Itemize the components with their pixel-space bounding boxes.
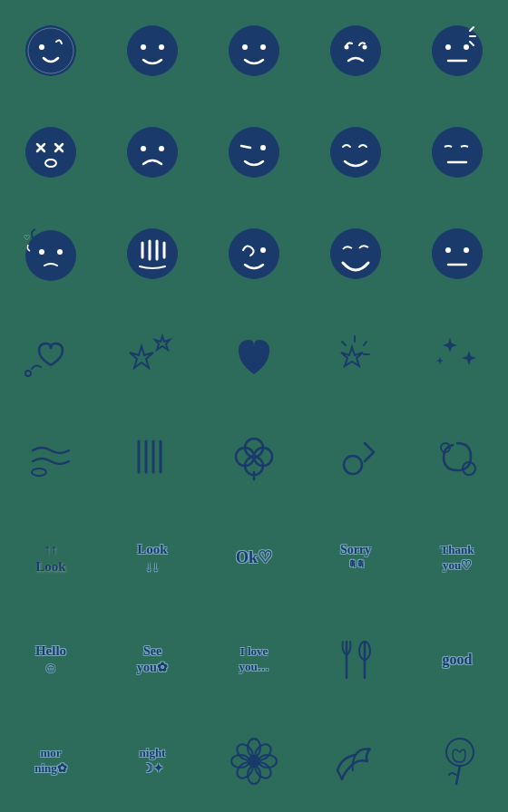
sticker-night[interactable]: night☽✦ xyxy=(102,710,203,812)
svg-line-51 xyxy=(342,342,346,345)
sticker-flower[interactable] xyxy=(203,710,305,812)
good-label: good xyxy=(443,652,473,667)
sticker-face-1[interactable] xyxy=(0,0,102,102)
svg-point-77 xyxy=(367,748,371,751)
svg-point-6 xyxy=(229,25,279,76)
sticker-face-9[interactable] xyxy=(305,102,406,203)
sticker-face-12[interactable] xyxy=(102,203,203,304)
svg-point-0 xyxy=(25,25,76,76)
svg-point-2 xyxy=(39,44,44,50)
sticker-bird[interactable] xyxy=(305,710,406,812)
night-label: night☽✦ xyxy=(140,746,166,775)
sticker-utensils[interactable] xyxy=(305,609,406,710)
i-love-you-label: I loveyou… xyxy=(239,644,269,673)
look-up-label: Look xyxy=(35,559,65,574)
hello-label: Hello☺ xyxy=(35,643,66,676)
sticker-look-up[interactable]: ↑↑Look xyxy=(0,508,102,609)
svg-point-7 xyxy=(242,44,248,50)
svg-point-28 xyxy=(330,127,381,178)
svg-text:♡: ♡ xyxy=(24,234,30,242)
sticker-face-10[interactable] xyxy=(406,102,508,203)
svg-point-43 xyxy=(432,228,483,279)
svg-point-13 xyxy=(445,44,451,50)
svg-point-24 xyxy=(159,146,164,151)
sticker-star-shine[interactable] xyxy=(305,304,406,406)
svg-point-5 xyxy=(159,44,164,50)
svg-point-35 xyxy=(127,228,178,279)
ok-label: Ok♡ xyxy=(236,548,272,566)
svg-point-3 xyxy=(127,25,178,76)
sticker-hello[interactable]: Hello☺ xyxy=(0,609,102,710)
sticker-stars[interactable] xyxy=(102,304,203,406)
sticker-look-down[interactable]: Look↓↓ xyxy=(102,508,203,609)
morning-label: morning✿ xyxy=(34,746,67,775)
svg-point-11 xyxy=(363,45,367,50)
sorry-label: Sorry xyxy=(340,543,371,556)
sticker-bars[interactable] xyxy=(102,406,203,508)
svg-point-10 xyxy=(345,45,349,50)
svg-point-12 xyxy=(432,25,483,76)
svg-point-42 xyxy=(330,228,381,279)
sticker-ok[interactable]: Ok♡ xyxy=(203,508,305,609)
sticker-face-5[interactable] xyxy=(406,0,508,102)
svg-point-27 xyxy=(260,145,266,150)
svg-point-25 xyxy=(229,127,279,178)
svg-point-14 xyxy=(464,44,469,50)
sticker-face-8[interactable] xyxy=(203,102,305,203)
svg-point-44 xyxy=(445,247,451,253)
look-down-label: Look xyxy=(137,542,167,556)
sticker-arrow-circle[interactable] xyxy=(305,406,406,508)
sticker-sorry[interactable]: Sorry ༀ ༀ xyxy=(305,508,406,609)
svg-point-16 xyxy=(25,127,76,178)
sticker-face-6[interactable] xyxy=(0,102,102,203)
sticker-face-15[interactable] xyxy=(406,203,508,304)
sticker-heart-small[interactable] xyxy=(0,304,102,406)
sticker-i-love-you[interactable]: I loveyou… xyxy=(203,609,305,710)
svg-point-47 xyxy=(25,371,31,376)
svg-line-49 xyxy=(364,342,366,345)
svg-point-9 xyxy=(330,25,381,76)
sticker-face-2[interactable] xyxy=(102,0,203,102)
sticker-face-4[interactable] xyxy=(305,0,406,102)
svg-point-22 xyxy=(127,127,178,178)
svg-point-40 xyxy=(229,228,279,279)
svg-point-23 xyxy=(141,146,146,151)
svg-point-52 xyxy=(32,469,46,476)
sticker-thank-you[interactable]: Thankyou♡ xyxy=(406,508,508,609)
svg-point-45 xyxy=(464,247,469,253)
sticker-face-11[interactable]: ♡ xyxy=(0,203,102,304)
sticker-clover[interactable] xyxy=(203,406,305,508)
sticker-rose[interactable] xyxy=(406,710,508,812)
sticker-face-14[interactable] xyxy=(305,203,406,304)
sticker-face-13[interactable] xyxy=(203,203,305,304)
sticker-see-you[interactable]: Seeyou✿ xyxy=(102,609,203,710)
svg-point-4 xyxy=(141,44,146,50)
sticker-swirl-circles[interactable] xyxy=(406,406,508,508)
see-you-label: Seeyou✿ xyxy=(137,644,168,674)
svg-point-29 xyxy=(432,127,483,178)
sticker-grid: ♡ xyxy=(0,0,508,812)
svg-point-62 xyxy=(344,456,362,474)
sticker-waves[interactable] xyxy=(0,406,102,508)
sticker-face-7[interactable] xyxy=(102,102,203,203)
sticker-morning[interactable]: morning✿ xyxy=(0,710,102,812)
sticker-sparkles[interactable] xyxy=(406,304,508,406)
svg-point-41 xyxy=(260,247,266,253)
sticker-good[interactable]: good xyxy=(406,609,508,710)
svg-point-32 xyxy=(39,249,44,255)
sticker-heart-big[interactable] xyxy=(203,304,305,406)
thank-you-label: Thankyou♡ xyxy=(441,543,474,572)
svg-point-33 xyxy=(57,249,63,255)
sticker-face-3[interactable] xyxy=(203,0,305,102)
svg-point-8 xyxy=(260,44,266,50)
